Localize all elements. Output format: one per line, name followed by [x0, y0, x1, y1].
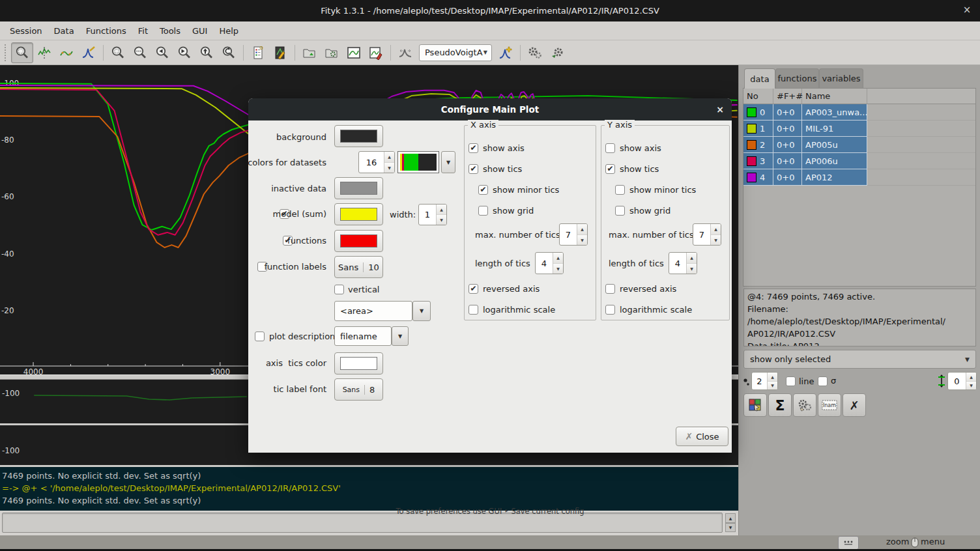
title-bar[interactable]: Fityk 1.3.1 - /home/aleplo/test/Desktop/… [0, 0, 980, 21]
x-show-grid-checkbox[interactable] [478, 206, 488, 216]
model-color-button[interactable] [334, 203, 383, 225]
select-zoom-mode-button[interactable] [11, 42, 33, 63]
y-reversed-axis-checkbox[interactable] [605, 284, 615, 294]
menu-tools[interactable]: Tools [154, 23, 186, 38]
tic-font-button[interactable]: Sans 8 [334, 378, 383, 401]
y-max-tics-spinner[interactable]: 7 ▲▼ [693, 223, 721, 246]
x-show-axis-checkbox[interactable]: ✔ [468, 143, 478, 153]
y-tic-length-spinner[interactable]: 4 ▲▼ [669, 252, 697, 274]
axis-tics-color-button[interactable] [334, 352, 383, 374]
column-header-name[interactable]: Name [802, 89, 867, 104]
label-format-dropdown-button[interactable]: ▼ [412, 301, 431, 321]
show-only-selected-dropdown[interactable]: show only selected ▼ [743, 350, 976, 369]
apply-functions-button[interactable] [793, 393, 816, 417]
function-type-combo[interactable]: PseudoVoigtA▼ [419, 44, 492, 61]
point-size-icon [743, 378, 751, 387]
sum-button[interactable]: Σ [768, 393, 792, 417]
dataset-color-swatch[interactable] [747, 140, 757, 150]
y-show-grid-checkbox[interactable] [615, 206, 625, 216]
tab-data[interactable]: data [744, 68, 775, 89]
background-color-button[interactable] [334, 125, 383, 147]
dataset-color-swatch[interactable] [747, 173, 757, 182]
zoom-vertical-button[interactable] [195, 42, 218, 63]
data-range-mode-button[interactable] [33, 42, 55, 63]
zoom-undo-button[interactable] [218, 42, 240, 63]
plot-description-checkbox[interactable] [255, 332, 265, 341]
model-width-spinner[interactable]: 1 ▲▼ [418, 204, 447, 225]
zoom-all-button[interactable] [107, 42, 129, 63]
x-reversed-axis-checkbox[interactable]: ✔ [468, 284, 478, 294]
dataset-color-swatch[interactable] [747, 124, 757, 134]
zoom-left-button[interactable] [151, 42, 173, 63]
table-header[interactable]: No#F+#Name [743, 89, 975, 104]
label-font-button[interactable]: Sans 10 [334, 256, 383, 278]
output-console[interactable]: 7469 points. No explicit std. dev. Set a… [0, 467, 738, 511]
dataset-table[interactable]: No#F+#Name00+0AP003_unwa...10+0MIL-9120+… [743, 88, 976, 287]
plot-description-dropdown-button[interactable]: ▼ [392, 326, 409, 346]
baseline-mode-button[interactable] [55, 42, 78, 63]
line-checkbox[interactable] [786, 376, 796, 386]
functions-color-button[interactable] [334, 230, 383, 252]
delete-dataset-button[interactable]: ✗ [843, 393, 866, 417]
dataset-colors-dropdown-button[interactable]: ▼ [441, 151, 455, 173]
menu-help[interactable]: Help [213, 23, 244, 38]
y-show-axis-checkbox[interactable] [605, 143, 615, 153]
close-button[interactable]: ✗ Close [676, 427, 728, 446]
y-show-minor-tics-checkbox[interactable] [615, 185, 625, 195]
point-size-spinner[interactable]: 2 ▲▼ [751, 372, 778, 390]
add-peak-mode-button[interactable] [78, 42, 100, 63]
x-show-tics-checkbox[interactable]: ✔ [468, 164, 478, 174]
column-header-no[interactable]: No [743, 89, 773, 104]
dataset-color-swatch[interactable] [747, 156, 757, 166]
status-config-button[interactable] [838, 536, 859, 550]
table-row[interactable]: 10+0MIL-91 [743, 120, 975, 137]
y-shift-spinner[interactable]: 0 ▲▼ [947, 372, 977, 390]
inactive-data-color-button[interactable] [334, 177, 383, 199]
spin-down-icon: ▼ [966, 382, 976, 390]
x-show-minor-tics-checkbox[interactable]: ✔ [478, 185, 488, 195]
table-row[interactable]: 40+0AP012 [743, 169, 975, 186]
save-image-button[interactable] [343, 42, 365, 63]
fit-run-button[interactable] [524, 42, 546, 63]
table-row[interactable]: 00+0AP003_unwa... [743, 104, 975, 120]
fit-undo-button[interactable] [546, 42, 568, 63]
menu-fit[interactable]: Fit [132, 23, 154, 38]
y-log-scale-checkbox[interactable] [605, 305, 615, 315]
tab-variables[interactable]: variables [819, 68, 863, 88]
dialog-header[interactable]: Configure Main Plot × [248, 98, 732, 120]
tab-functions[interactable]: functions [775, 68, 819, 88]
open-file-button[interactable] [298, 42, 321, 63]
sigma-checkbox[interactable] [818, 376, 828, 386]
label-format-combo[interactable]: <area> [334, 301, 412, 321]
data-editor-button[interactable] [269, 42, 291, 63]
column-header-f[interactable]: #F+# [773, 89, 802, 104]
vertical-checkbox[interactable] [334, 285, 344, 294]
dataset-colors-preview[interactable] [397, 151, 439, 173]
window-close-icon[interactable]: × [960, 4, 973, 16]
history-down-icon[interactable]: ▼ [725, 523, 736, 533]
add-function-button[interactable] [495, 42, 517, 63]
menu-functions[interactable]: Functions [80, 23, 132, 38]
table-row[interactable]: 20+0AP005u [743, 137, 975, 153]
plot-description-combo[interactable]: filename [334, 326, 392, 346]
x-log-scale-checkbox[interactable] [468, 305, 478, 315]
dialog-close-icon[interactable]: × [716, 104, 724, 115]
save-session-button[interactable] [365, 42, 387, 63]
x-tic-length-spinner[interactable]: 4 ▲▼ [535, 252, 564, 274]
guess-peak-button[interactable] [394, 42, 416, 63]
menu-session[interactable]: Session [4, 23, 48, 38]
dataset-color-swatch[interactable] [747, 107, 757, 117]
zoom-right-button[interactable] [173, 42, 195, 63]
zoom-horizontal-button[interactable] [129, 42, 151, 63]
table-row[interactable]: 30+0AP006u [743, 153, 975, 169]
command-history-spinner[interactable]: ▲ ▼ [725, 513, 736, 532]
x-max-tics-spinner[interactable]: 7 ▲▼ [559, 223, 588, 246]
y-show-tics-checkbox[interactable]: ✔ [605, 164, 615, 174]
data-names-button[interactable]: Inam [818, 393, 841, 417]
dataset-colors-button[interactable] [743, 393, 767, 417]
menu-gui[interactable]: GUI [186, 23, 213, 38]
dataset-colors-count-spinner[interactable]: 16 ▲▼ [358, 151, 395, 173]
menu-data[interactable]: Data [48, 23, 80, 38]
data-properties-button[interactable] [247, 42, 269, 63]
execute-script-button[interactable] [321, 42, 343, 63]
